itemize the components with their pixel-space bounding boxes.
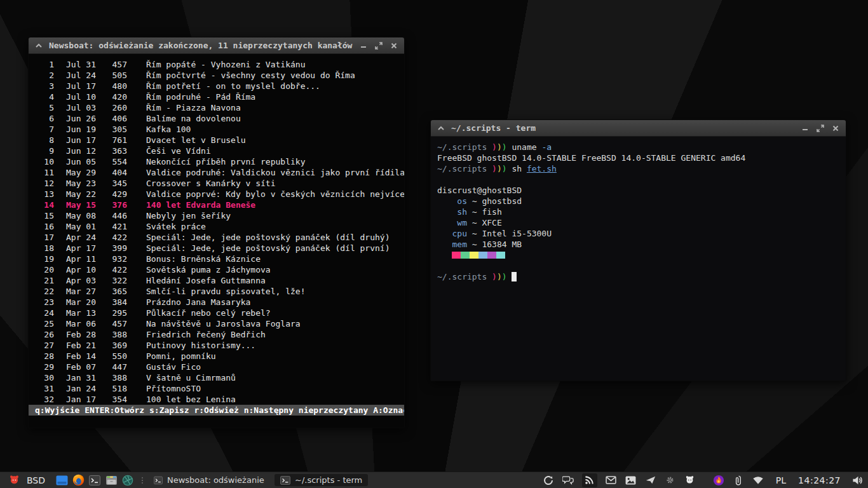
article-row[interactable]: 22Mar 27365Smlčí-li pravdu spisovatel, l…: [35, 286, 404, 297]
article-number: 2: [35, 70, 54, 81]
maximize-icon[interactable]: [815, 123, 825, 133]
article-row[interactable]: 19Apr 11932Bonus: Brněnská Káznice: [35, 254, 404, 264]
article-row[interactable]: 9Jun 12363Češi ve Vídni: [35, 146, 404, 156]
article-number: 18: [35, 243, 54, 254]
terminal-text: ~/.scripts: [437, 272, 492, 281]
taskbar-window-term[interactable]: ~/.scripts - term: [275, 474, 368, 486]
terminal-text: ~ ghostbsd: [467, 196, 522, 206]
maximize-icon[interactable]: [374, 41, 384, 51]
volume-icon[interactable]: [851, 475, 863, 486]
mail-icon[interactable]: [606, 475, 617, 486]
terminal-text: ): [492, 272, 497, 281]
terminal-text: ): [492, 142, 497, 152]
article-row[interactable]: 15May 08446Nebyly jen šeříky: [35, 210, 404, 221]
article-row[interactable]: 3Jul 17480Řím potřetí - on to myslel dob…: [35, 81, 404, 92]
color-swatch: [470, 252, 478, 259]
article-count: 354: [104, 394, 127, 405]
terminal-text: FreeBSD ghostBSD 14.0-STABLE FreeBSD 14.…: [437, 153, 745, 163]
article-number: 24: [35, 308, 54, 318]
wifi-icon[interactable]: [752, 475, 764, 486]
fet-sh-link[interactable]: fet.sh: [527, 164, 557, 173]
article-count: 932: [104, 254, 127, 264]
terminal-text: ): [497, 164, 502, 173]
gear-icon[interactable]: [665, 475, 676, 486]
article-row[interactable]: 25Mar 06457Na návštěvě u Jaroslava Fogla…: [35, 318, 404, 329]
terminal-titlebar[interactable]: ~/.scripts - term: [431, 120, 846, 137]
article-row[interactable]: 8Jun 17761Dvacet let v Bruselu: [35, 135, 404, 146]
taskbar-window-newsboat[interactable]: Newsboat: odświeżanie z…: [148, 474, 271, 486]
article-number: 11: [35, 167, 54, 178]
article-row[interactable]: 18Apr 17399Speciál: Jede, jede poštovský…: [35, 243, 404, 254]
article-count: 761: [104, 135, 127, 146]
send-icon[interactable]: [645, 475, 656, 486]
shutter-icon[interactable]: [120, 473, 135, 487]
desktop-icon[interactable]: [54, 473, 69, 487]
article-list: 1Jul 31457Řím popáté - Vyhozeni z Vatiká…: [35, 59, 404, 405]
terminal-text: ): [497, 142, 502, 152]
article-row[interactable]: 16May 01421Svátek práce: [35, 221, 404, 232]
article-row[interactable]: 27Feb 21369Putinovy historismy...: [35, 340, 404, 351]
terminal-text: ~ 16384 MB: [467, 240, 522, 249]
article-number: 12: [35, 178, 54, 189]
article-count: 554: [104, 156, 127, 167]
article-row[interactable]: 2Jul 24505Řím počtvrté - všechny cesty v…: [35, 70, 404, 81]
firefox-icon[interactable]: [71, 473, 86, 487]
daemon-icon[interactable]: [684, 475, 696, 486]
chat-icon[interactable]: [562, 475, 574, 486]
fetch-label: wm: [457, 218, 467, 227]
shade-icon[interactable]: [34, 41, 44, 51]
rss-icon[interactable]: [582, 473, 597, 487]
fetch-label: os: [457, 196, 467, 206]
clock[interactable]: 14:24:27: [798, 475, 841, 485]
terminal-text: sh: [507, 164, 527, 173]
article-row[interactable]: 21Apr 03322Hledání Josefa Guttmanna: [35, 275, 404, 286]
article-row[interactable]: 28Feb 14550Pomni, pomníku: [35, 351, 404, 362]
article-row[interactable]: 10Jun 05554Nekončící příběh první republ…: [35, 156, 404, 167]
terminal-text: uname: [507, 142, 542, 152]
article-row[interactable]: 20Apr 10422Sovětská puma z Jáchymova: [35, 264, 404, 275]
article-row[interactable]: 11May 29404Valdice podruhé: Valdickou vě…: [35, 167, 404, 178]
article-row[interactable]: 13May 22429Valdice poprvé: Kdy bylo v če…: [35, 189, 404, 200]
article-row[interactable]: 26Feb 28388Friedrich řečený Bedřich: [35, 329, 404, 340]
article-number: 5: [35, 102, 54, 113]
file-manager-icon[interactable]: [104, 473, 119, 487]
terminal-text: [437, 229, 452, 238]
article-row[interactable]: 24Mar 13295Půlkacíř nebo celý rebel?: [35, 308, 404, 318]
close-icon[interactable]: [831, 123, 841, 133]
article-row[interactable]: 6Jun 26406Balíme na dovolenou: [35, 113, 404, 124]
terminal-icon[interactable]: [87, 473, 102, 487]
article-row[interactable]: 1Jul 31457Řím popáté - Vyhozeni z Vatiká…: [35, 59, 404, 70]
keyboard-layout-indicator[interactable]: PL: [776, 475, 786, 485]
paperclip-icon[interactable]: [733, 475, 744, 486]
article-title: Crossover s Kanárky v síti: [146, 179, 276, 188]
article-number: 29: [35, 362, 54, 372]
article-number: 8: [35, 135, 54, 146]
minimize-icon[interactable]: [358, 41, 369, 51]
article-row[interactable]: 29Feb 07447Gustáv Fico: [35, 362, 404, 372]
applications-menu-button[interactable]: BSD: [5, 473, 49, 487]
article-row[interactable]: 14May 15376140 let Edvarda Beneše: [35, 200, 404, 210]
close-icon[interactable]: [389, 41, 399, 51]
fetch-label: sh: [457, 207, 467, 217]
article-row[interactable]: 5Jul 03260Řím - Piazza Navona: [35, 102, 404, 113]
article-count: 406: [104, 113, 127, 124]
article-row[interactable]: 4Jul 10420Řím podruhé - Pád Říma: [35, 92, 404, 102]
power-icon[interactable]: [543, 475, 554, 486]
article-row[interactable]: 32Jan 17354100 let bez Lenina: [35, 394, 404, 405]
flame-icon[interactable]: [713, 475, 724, 486]
shade-icon[interactable]: [436, 123, 446, 133]
article-number: 3: [35, 81, 54, 92]
article-row[interactable]: 31Jan 24518PřítomnoSTO: [35, 383, 404, 394]
terminal-text: ~ fish: [467, 207, 502, 217]
article-row[interactable]: 7Jun 19305Kafka 100: [35, 124, 404, 135]
newsboat-titlebar[interactable]: Newsboat: odświeżanie zakończone, 11 nie…: [29, 37, 404, 54]
article-row[interactable]: 30Jan 31388V šatně u Cimrmanů: [35, 372, 404, 383]
minimize-icon[interactable]: [800, 123, 810, 133]
article-row[interactable]: 12May 23345Crossover s Kanárky v síti: [35, 178, 404, 189]
image-icon[interactable]: [625, 475, 637, 486]
terminal-text: ~ XFCE: [467, 218, 502, 227]
article-number: 17: [35, 232, 54, 243]
terminal-body[interactable]: ~/.scripts ))) uname -aFreeBSD ghostBSD …: [431, 137, 846, 381]
article-row[interactable]: 23Mar 20384Prázdno Jana Masaryka: [35, 297, 404, 308]
article-row[interactable]: 17Apr 24422Speciál: Jede, jede poštovský…: [35, 232, 404, 243]
